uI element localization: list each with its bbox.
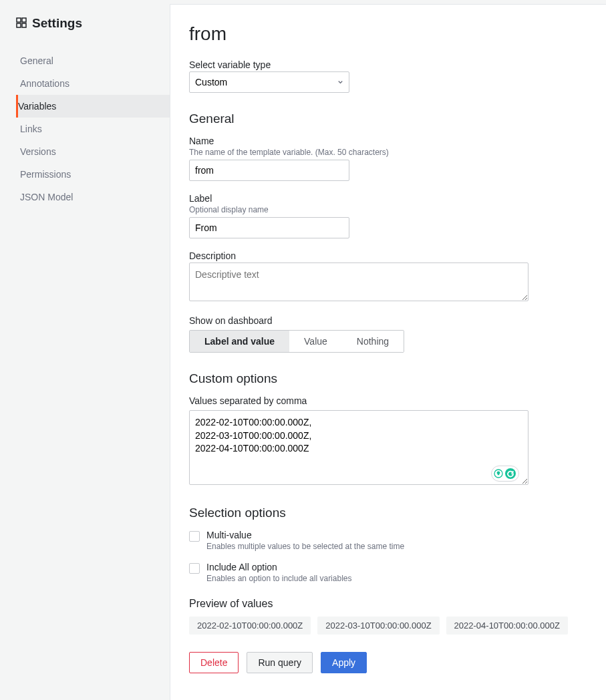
nav-item-label: Annotations [20,78,69,89]
sidebar-title: Settings [32,16,82,31]
label-multi-value: Multi-value [206,530,404,540]
input-description[interactable] [189,262,528,301]
svg-point-5 [505,468,516,479]
preview-chip: 2022-04-10T00:00:00.000Z [446,617,568,635]
preview-chip: 2022-03-10T00:00:00.000Z [317,617,439,635]
preview-label: Preview of values [189,598,587,610]
nav-item-variables[interactable]: Variables [16,95,170,118]
option-multi-value: Multi-value Enables multiple values to b… [189,530,587,551]
field-show-on-dashboard: Show on dashboard Label and valueValueNo… [189,315,587,353]
nav-list: GeneralAnnotationsVariablesLinksVersions… [16,49,170,208]
nav-item-label: General [20,55,53,66]
nav-item-label: Permissions [20,169,71,180]
radio-group-show-on-dashboard: Label and valueValueNothing [189,330,404,353]
actions-row: Delete Run query Apply [189,652,587,673]
section-general: General [189,112,587,126]
nav-item-label: Links [20,124,42,134]
input-values[interactable] [189,410,528,485]
svg-rect-2 [17,23,21,27]
field-variable-type: Select variable type [189,59,587,93]
hint-label: Optional display name [189,205,587,214]
label-variable-type: Select variable type [189,59,587,70]
nav-item-annotations[interactable]: Annotations [16,72,170,95]
run-query-button[interactable]: Run query [247,652,313,673]
field-label: Label Optional display name [189,193,587,238]
apply-button[interactable]: Apply [321,652,367,673]
grammarly-widget[interactable] [491,466,519,482]
field-description: Description [189,250,587,303]
preview-chip: 2022-02-10T00:00:00.000Z [189,617,311,635]
label-description: Description [189,250,587,261]
main-content: from Select variable type General Name T… [170,4,606,700]
input-label[interactable] [189,217,349,238]
label-name: Name [189,136,587,146]
label-values: Values separated by comma [189,395,587,406]
preview-chips: 2022-02-10T00:00:00.000Z2022-03-10T00:00… [189,617,587,635]
radio-nothing[interactable]: Nothing [342,331,404,352]
nav-item-label: JSON Model [20,192,73,202]
nav-item-json-model[interactable]: JSON Model [16,186,170,208]
lightbulb-icon [494,469,503,478]
nav-item-links[interactable]: Links [16,118,170,140]
hint-include-all: Enables an option to include all variabl… [206,574,351,583]
field-name: Name The name of the template variable. … [189,136,587,181]
nav-item-general[interactable]: General [16,49,170,72]
radio-label-and-value[interactable]: Label and value [190,331,289,352]
radio-value[interactable]: Value [289,331,342,352]
nav-item-label: Variables [18,101,56,112]
input-name[interactable] [189,160,349,181]
label-show-on-dashboard: Show on dashboard [189,315,587,326]
nav-item-label: Versions [20,146,56,157]
checkbox-multi-value[interactable] [189,531,200,542]
hint-multi-value: Enables multiple values to be selected a… [206,542,404,551]
nav-item-permissions[interactable]: Permissions [16,163,170,186]
section-selection-options: Selection options [189,506,587,520]
svg-rect-3 [22,23,26,27]
hint-name: The name of the template variable. (Max.… [189,148,587,157]
label-include-all: Include All option [206,562,351,572]
page-title: from [189,23,587,45]
checkbox-include-all[interactable] [189,563,200,574]
grammarly-icon [504,468,516,480]
settings-icon [16,17,27,30]
label-label: Label [189,193,587,204]
svg-rect-1 [22,18,26,22]
svg-rect-0 [17,18,21,22]
sidebar-header: Settings [16,16,170,31]
delete-button[interactable]: Delete [189,652,239,673]
option-include-all: Include All option Enables an option to … [189,562,587,583]
settings-sidebar: Settings GeneralAnnotationsVariablesLink… [0,0,170,700]
field-values: Values separated by comma [189,395,587,487]
section-custom-options: Custom options [189,371,587,386]
nav-item-versions[interactable]: Versions [16,140,170,163]
select-variable-type[interactable] [189,71,349,93]
